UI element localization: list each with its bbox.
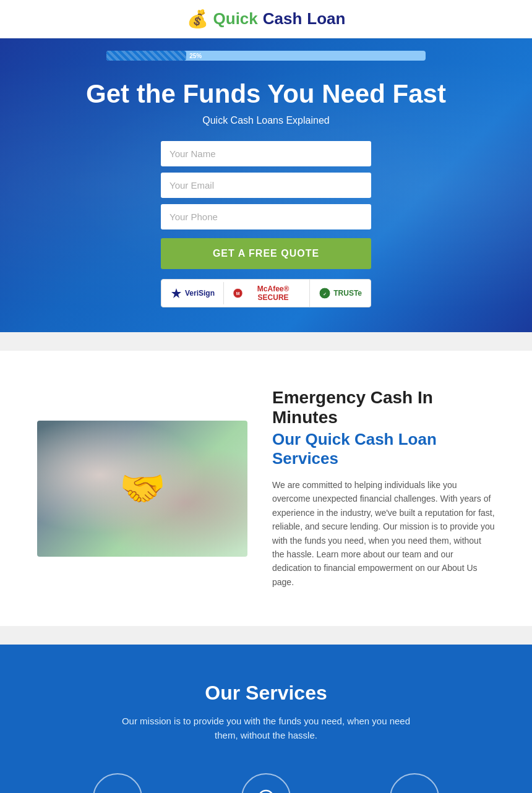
- logo-cash: Cash: [263, 9, 302, 28]
- truste-icon: ✓: [319, 287, 331, 299]
- services-subtitle: Our mission is to provide you with the f…: [111, 714, 421, 742]
- service-item-loans: $ Quick Cash Loans Our quick cash loan s…: [56, 773, 179, 793]
- services-section: Our Services Our mission is to provide y…: [0, 645, 532, 793]
- name-input[interactable]: [161, 141, 371, 166]
- handshake-image-inner: 🤝: [37, 421, 247, 557]
- site-header: 💰 Quick Cash Loan: [0, 0, 532, 38]
- svg-text:✓: ✓: [323, 292, 327, 296]
- svg-point-5: [259, 791, 273, 793]
- middle-heading1: Emergency Cash In Minutes: [272, 388, 495, 427]
- lead-form: GET A FREE QUOTE VeriSign M McAfee® SECU…: [161, 141, 371, 307]
- progress-label: 25%: [189, 53, 202, 59]
- truste-badge: ✓ TRUSTe: [310, 282, 371, 304]
- truste-label: TRUSTe: [333, 289, 362, 298]
- trust-badges: VeriSign M McAfee® SECURE ✓ TRUSTe: [161, 279, 371, 307]
- hero-section: 25% Get the Funds You Need Fast Quick Ca…: [0, 38, 532, 332]
- email-input[interactable]: [161, 173, 371, 198]
- mcafee-label: McAfee® SECURE: [246, 285, 301, 302]
- rates-icon: %: [390, 773, 439, 793]
- svg-text:$: $: [114, 791, 121, 793]
- logo: 💰 Quick Cash Loan: [187, 9, 346, 29]
- logo-quick: Quick: [213, 9, 258, 28]
- handshake-image: 🤝: [37, 421, 247, 557]
- progress-bar-fill: [106, 51, 186, 61]
- nocredit-icon: [241, 773, 291, 793]
- service-item-rates: % Low-Interest Rates Benefit from compet…: [353, 773, 476, 793]
- logo-icon: 💰: [187, 9, 208, 29]
- middle-heading2: Our Quick Cash Loan Services: [272, 430, 495, 468]
- verisign-icon: [170, 287, 182, 299]
- mcafee-icon: M: [233, 287, 243, 299]
- middle-description: We are committed to helping individuals …: [272, 478, 495, 589]
- verisign-label: VeriSign: [185, 289, 215, 298]
- logo-loan: Loan: [307, 9, 345, 28]
- mcafee-badge: M McAfee® SECURE: [224, 280, 310, 307]
- hero-title: Get the Funds You Need Fast: [0, 79, 532, 109]
- service-item-nocredit: No Credit Check Don't worry about your c…: [204, 773, 328, 793]
- verisign-badge: VeriSign: [161, 282, 224, 304]
- separator: [0, 332, 532, 351]
- phone-input[interactable]: [161, 204, 371, 229]
- hero-subtitle: Quick Cash Loans Explained: [0, 115, 532, 126]
- middle-section: 🤝 Emergency Cash In Minutes Our Quick Ca…: [0, 351, 532, 626]
- middle-content: Emergency Cash In Minutes Our Quick Cash…: [272, 388, 495, 589]
- svg-text:M: M: [236, 291, 240, 296]
- cta-button[interactable]: GET A FREE QUOTE: [161, 238, 371, 269]
- svg-text:%: %: [408, 791, 421, 793]
- loans-icon: $: [93, 773, 142, 793]
- services-grid: $ Quick Cash Loans Our quick cash loan s…: [37, 773, 495, 793]
- progress-bar-container: 25%: [106, 51, 426, 61]
- separator-2: [0, 626, 532, 645]
- services-title: Our Services: [37, 682, 495, 705]
